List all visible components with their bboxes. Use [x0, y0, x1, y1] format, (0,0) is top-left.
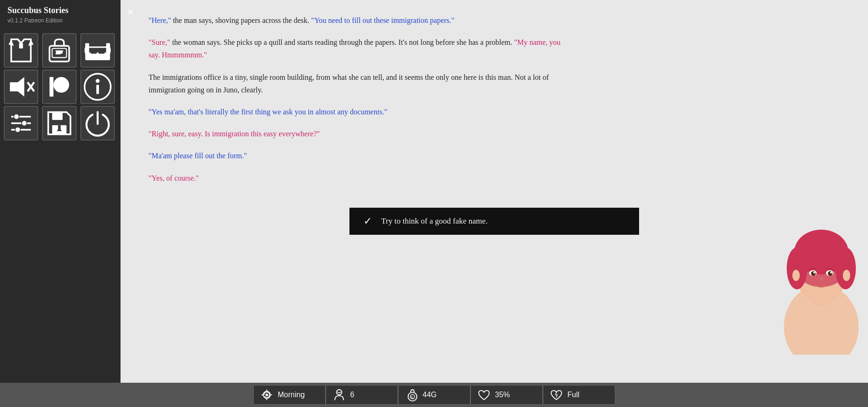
svg-rect-0 — [19, 43, 23, 49]
dialogue-blue-4: "Ma'am please fill out the form." — [149, 152, 247, 160]
status-character: 6 — [326, 385, 398, 405]
narration-2: the woman says. She picks up a quill and… — [172, 38, 514, 46]
character-stat-icon — [332, 387, 347, 402]
narration-3: The immigrations office is a tiny, singl… — [149, 73, 549, 94]
svg-point-19 — [96, 79, 100, 83]
svg-rect-18 — [96, 85, 99, 94]
svg-rect-27 — [52, 112, 63, 120]
info-button[interactable] — [80, 70, 115, 104]
dialogue-pink-3: "Right, sure, easy. Is immigration this … — [149, 130, 320, 138]
content-area: "Here," the man says, shoving papers acr… — [121, 0, 868, 383]
status-health: 35% — [470, 385, 543, 405]
paragraph-3: The immigrations office is a tiny, singl… — [149, 71, 569, 96]
status-gold-value: 44G — [423, 391, 437, 399]
paragraph-7: "Yes, of course." — [149, 172, 569, 184]
svg-point-40 — [811, 271, 816, 276]
svg-rect-9 — [106, 43, 110, 54]
status-spirit-value: Full — [568, 391, 580, 399]
power-button[interactable] — [80, 106, 115, 140]
save-button[interactable] — [42, 106, 77, 140]
time-icon — [259, 387, 274, 402]
mixer-button[interactable] — [4, 106, 38, 140]
svg-rect-5 — [56, 53, 61, 55]
svg-rect-8 — [85, 43, 89, 54]
choice-text: Try to think of a good fake name. — [381, 217, 488, 226]
dialogue-blue-2: "You need to fill out these immigration … — [311, 16, 455, 24]
status-bar: Morning 6 G — [0, 383, 868, 407]
status-spirit: Full — [543, 385, 615, 405]
close-button[interactable]: × — [123, 5, 138, 20]
svg-point-25 — [15, 127, 20, 132]
app-subtitle: v0.1.2 Patreon Edition — [0, 17, 121, 29]
app-title: Succubus Stories — [0, 0, 121, 17]
paragraph-5: "Right, sure, easy. Is immigration this … — [149, 127, 569, 140]
svg-point-23 — [14, 114, 19, 119]
svg-point-44 — [792, 270, 800, 281]
sound-button[interactable] — [4, 70, 38, 104]
status-gold: G 44G — [398, 385, 470, 405]
sidebar-icons — [0, 29, 121, 144]
status-character-value: 6 — [350, 391, 355, 399]
sidebar: Succubus Stories v0.1.2 Patreon Edition — [0, 0, 121, 383]
gold-icon: G — [404, 387, 419, 402]
svg-marker-12 — [10, 77, 24, 97]
svg-point-47 — [265, 393, 268, 396]
character-portrait — [775, 191, 868, 355]
svg-text:G: G — [411, 395, 413, 400]
svg-point-42 — [813, 272, 815, 274]
svg-point-43 — [830, 272, 832, 274]
svg-point-52 — [336, 390, 342, 395]
svg-rect-4 — [56, 50, 64, 52]
svg-point-37 — [793, 240, 849, 287]
svg-rect-10 — [91, 49, 97, 54]
bed-button[interactable] — [80, 33, 115, 68]
status-health-value: 35% — [495, 391, 510, 399]
choice-checkmark: ✓ — [363, 215, 372, 227]
svg-rect-29 — [58, 125, 61, 131]
svg-rect-16 — [50, 77, 53, 97]
svg-point-24 — [21, 120, 27, 126]
dialogue-blue-3: "Yes ma'am, that's literally the first t… — [149, 108, 387, 116]
paragraph-4: "Yes ma'am, that's literally the first t… — [149, 105, 569, 118]
status-time-value: Morning — [278, 391, 305, 399]
patreon-button[interactable] — [42, 70, 77, 104]
narration-1: the man says, shoving papers across the … — [173, 16, 311, 24]
dialogue-pink-1: "Sure," — [149, 38, 170, 46]
svg-point-45 — [843, 270, 850, 281]
bag-button[interactable] — [42, 33, 77, 68]
paragraph-1: "Here," the man says, shoving papers acr… — [149, 14, 569, 27]
svg-point-15 — [53, 77, 69, 93]
choice-button[interactable]: ✓ Try to think of a good fake name. — [349, 208, 639, 235]
dialogue-pink-4: "Yes, of course." — [149, 174, 199, 182]
svg-rect-11 — [98, 49, 105, 54]
status-time: Morning — [253, 385, 326, 405]
spirit-icon — [549, 387, 564, 402]
health-icon — [477, 387, 491, 402]
story-text: "Here," the man says, shoving papers acr… — [149, 14, 569, 184]
svg-point-41 — [828, 271, 832, 276]
wardrobe-button[interactable] — [4, 33, 38, 68]
paragraph-6: "Ma'am please fill out the form." — [149, 149, 569, 162]
paragraph-2: "Sure," the woman says. She picks up a q… — [149, 36, 569, 61]
dialogue-blue-1: "Here," — [149, 16, 171, 24]
